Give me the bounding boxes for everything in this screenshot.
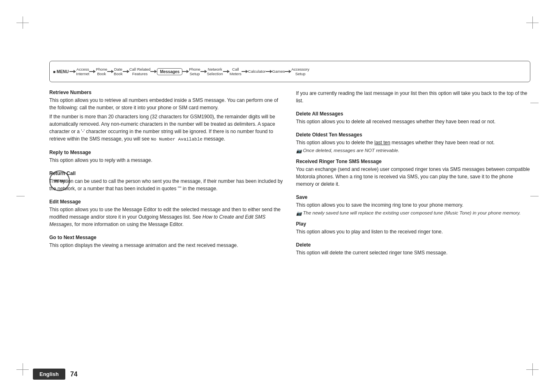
footer: English 74 bbox=[33, 369, 522, 380]
section-title-reply: Reply to Message bbox=[49, 150, 284, 155]
right-column: If you are currently reading the last me… bbox=[296, 90, 531, 351]
section-delete-all: Delete All Messages This option allows y… bbox=[296, 111, 531, 127]
section-title-delete: Delete bbox=[296, 242, 531, 248]
menu-item-network-selection: NetworkSelection bbox=[207, 67, 223, 76]
menu-item-games: Games bbox=[272, 69, 285, 74]
section-body-play: This option allows you to play and liste… bbox=[296, 228, 531, 235]
side-mark-left bbox=[16, 196, 25, 196]
menu-item-call-meters: CallMeters bbox=[230, 67, 242, 76]
arrow-7 bbox=[223, 70, 230, 73]
footer-language: English bbox=[33, 369, 65, 380]
corner-mark-tr bbox=[526, 16, 539, 29]
section-right-intro: If you are currently reading the last me… bbox=[296, 90, 531, 106]
section-body-return-call: This option can be used to call the pers… bbox=[49, 178, 284, 192]
note-icon-1: 📷 bbox=[296, 148, 302, 154]
section-body-save: This option allows you to save the incom… bbox=[296, 201, 531, 209]
section-reply-to-message: Reply to Message This option allows you … bbox=[49, 150, 284, 166]
left-column: Retrieve Numbers This option allows you … bbox=[49, 90, 284, 351]
menu-bar: ■ MENU AccessInternet PhoneBook DateBook… bbox=[49, 61, 530, 82]
menu-item-calculator: Calculator bbox=[248, 69, 266, 74]
section-title-edit-message: Edit Message bbox=[49, 199, 284, 205]
section-body-delete: This option will delete the current sele… bbox=[296, 249, 531, 256]
main-content: Retrieve Numbers This option allows you … bbox=[49, 90, 530, 351]
menu-item-access-internet: AccessInternet bbox=[76, 67, 89, 76]
section-title-return-call: Return Call bbox=[49, 171, 284, 176]
arrow-2 bbox=[107, 70, 114, 73]
arrow-9 bbox=[266, 70, 272, 73]
footer-page-number: 74 bbox=[70, 371, 78, 378]
corner-mark-tl bbox=[16, 16, 29, 29]
corner-mark-br bbox=[526, 363, 539, 376]
arrow-1 bbox=[89, 70, 96, 73]
section-return-call: Return Call This option can be used to c… bbox=[49, 171, 284, 194]
menu-item-phone-book: PhoneBook bbox=[96, 67, 107, 76]
menu-item-messages: Messages bbox=[157, 68, 182, 75]
underline-last-ten: last ten bbox=[374, 140, 390, 145]
section-title-play: Play bbox=[296, 221, 531, 227]
section-body-right-intro: If you are currently reading the last me… bbox=[296, 90, 531, 104]
section-body-received-ringer: You can exchange (send and receive) user… bbox=[296, 166, 531, 188]
mono-no-number: No Number Available bbox=[151, 137, 202, 142]
section-body-go-to-next: This option displays the viewing a messa… bbox=[49, 242, 284, 249]
menu-item-call-related: Call RelatedFeatures bbox=[129, 67, 151, 76]
arrow-0 bbox=[69, 70, 76, 73]
section-received-ringer: Received Ringer Tone SMS Message You can… bbox=[296, 159, 531, 189]
section-body-delete-all: This option allows you to delete all rec… bbox=[296, 118, 531, 125]
note-icon-2: 📷 bbox=[296, 211, 302, 216]
section-retrieve-numbers: Retrieve Numbers This option allows you … bbox=[49, 90, 284, 145]
section-title-go-to-next: Go to Next Message bbox=[49, 235, 284, 240]
menu-label: ■ MENU bbox=[53, 69, 69, 74]
arrow-5 bbox=[182, 70, 189, 73]
arrow-6 bbox=[200, 70, 207, 73]
arrow-3 bbox=[123, 70, 129, 73]
arrow-4 bbox=[150, 70, 157, 73]
section-edit-message: Edit Message This option allows you to u… bbox=[49, 199, 284, 230]
section-delete: Delete This option will delete the curre… bbox=[296, 242, 531, 258]
section-title-delete-oldest-ten: Delete Oldest Ten Messages bbox=[296, 132, 531, 138]
menu-item-menu: ■ MENU bbox=[53, 69, 69, 74]
menu-item-date-book: DateBook bbox=[114, 67, 123, 76]
side-mark-right2 bbox=[530, 103, 539, 103]
section-body-edit-message: This option allows you to use the Messag… bbox=[49, 206, 284, 228]
section-title-received-ringer: Received Ringer Tone SMS Message bbox=[296, 159, 531, 164]
note-save: 📷 The newly saved tune will replace the … bbox=[296, 210, 531, 216]
section-body-delete-oldest-ten: This option allows you to delete the las… bbox=[296, 139, 531, 146]
section-title-save: Save bbox=[296, 194, 531, 200]
section-play: Play This option allows you to play and … bbox=[296, 221, 531, 237]
menu-item-accessory-setup: AccessorySetup bbox=[291, 67, 309, 76]
side-mark-right bbox=[530, 196, 539, 196]
section-body-reply: This option allows you to reply with a m… bbox=[49, 157, 284, 164]
section-save: Save This option allows you to save the … bbox=[296, 194, 531, 216]
corner-mark-bl bbox=[16, 363, 29, 376]
section-delete-oldest-ten: Delete Oldest Ten Messages This option a… bbox=[296, 132, 531, 154]
arrow-10 bbox=[285, 70, 291, 73]
section-body-retrieve-numbers: This option allows you to retrieve all n… bbox=[49, 97, 284, 143]
section-go-to-next: Go to Next Message This option displays … bbox=[49, 235, 284, 251]
arrow-8 bbox=[242, 70, 248, 73]
menu-item-phone-setup: PhoneSetup bbox=[189, 67, 200, 76]
section-title-retrieve-numbers: Retrieve Numbers bbox=[49, 90, 284, 95]
section-title-delete-all: Delete All Messages bbox=[296, 111, 531, 117]
note-delete-oldest: 📷 Once deleted, messages are NOT retriev… bbox=[296, 148, 531, 154]
